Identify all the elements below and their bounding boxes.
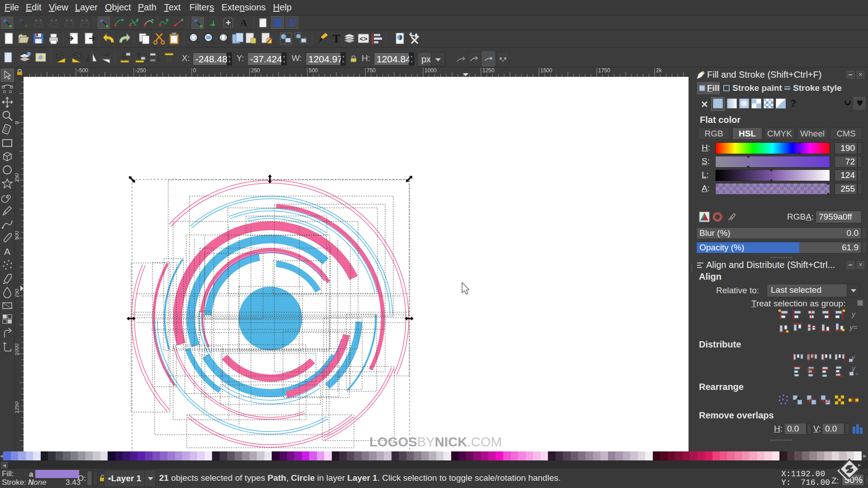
svg-text:2k: 2k (656, 67, 662, 74)
svg-text:y=: y= (849, 324, 857, 331)
svg-text:750: 750 (367, 67, 376, 74)
svg-text:1000: 1000 (425, 67, 437, 74)
svg-text:-500: -500 (77, 67, 88, 74)
svg-text:500: 500 (15, 231, 20, 240)
svg-text:0: 0 (193, 67, 196, 74)
svg-text:0: 0 (15, 121, 20, 124)
svg-text:A: A (240, 17, 247, 28)
svg-text:250: 250 (251, 67, 260, 74)
svg-text:500: 500 (309, 67, 318, 74)
svg-text:1500: 1500 (540, 67, 552, 74)
svg-text:y: y (851, 365, 856, 372)
svg-text:<>: <> (359, 35, 368, 42)
svg-text:250: 250 (15, 173, 20, 182)
svg-text:1000: 1000 (15, 343, 20, 356)
svg-text:1750: 1750 (598, 67, 610, 74)
svg-text:y: y (851, 310, 856, 318)
svg-text:A: A (4, 246, 10, 257)
svg-text:-250: -250 (135, 67, 146, 74)
svg-text:1250: 1250 (15, 401, 20, 413)
svg-text:750: 750 (15, 289, 20, 298)
svg-text:T: T (332, 32, 340, 45)
svg-text:1250: 1250 (482, 67, 495, 74)
